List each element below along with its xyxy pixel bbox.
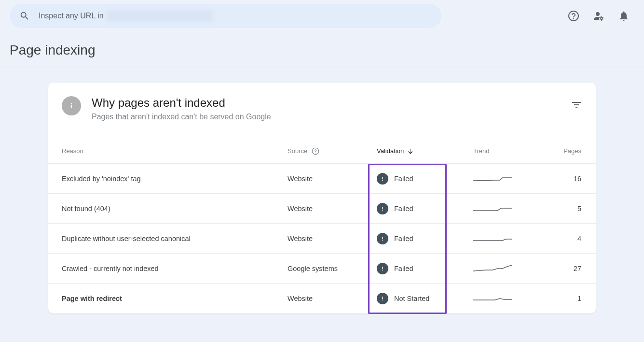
table-row[interactable]: Not found (404) Website Failed 5 <box>48 194 596 224</box>
source-cell: Website <box>288 295 377 302</box>
svg-rect-4 <box>382 176 383 179</box>
trend-cell <box>473 204 560 214</box>
svg-rect-6 <box>382 206 383 209</box>
source-cell: Website <box>288 205 377 213</box>
validation-cell: Failed <box>377 173 473 185</box>
url-inspect-search[interactable]: Inspect any URL in <box>10 4 441 28</box>
trend-sparkline <box>473 174 512 184</box>
pages-cell: 16 <box>560 175 582 183</box>
trend-sparkline <box>473 264 512 273</box>
trend-cell <box>473 234 560 243</box>
validation-status-text: Failed <box>394 265 413 272</box>
svg-point-0 <box>601 17 603 19</box>
svg-rect-8 <box>382 236 383 239</box>
trend-cell <box>473 174 560 184</box>
not-indexed-card: Why pages aren't indexed Pages that aren… <box>48 83 596 314</box>
pages-cell: 5 <box>560 205 582 213</box>
col-head-source[interactable]: Source <box>288 147 377 156</box>
table-head: Reason Source Validation Trend Pages <box>48 139 596 164</box>
col-head-validation[interactable]: Validation <box>377 147 473 155</box>
svg-point-13 <box>382 299 383 300</box>
table-row[interactable]: Page with redirect Website Not Started 1 <box>48 284 596 314</box>
validation-cell: Failed <box>377 203 473 214</box>
trend-sparkline <box>473 294 512 303</box>
pages-cell: 1 <box>560 295 582 302</box>
user-settings-icon[interactable] <box>593 10 604 22</box>
validation-cell: Failed <box>377 263 473 274</box>
table-row[interactable]: Crawled - currently not indexed Google s… <box>48 254 596 284</box>
help-outline-icon <box>311 147 320 156</box>
pages-cell: 27 <box>560 265 582 272</box>
card-title: Why pages aren't indexed <box>92 96 271 110</box>
pages-cell: 4 <box>560 235 582 242</box>
search-placeholder: Inspect any URL in <box>39 11 213 21</box>
svg-point-5 <box>382 180 383 181</box>
svg-point-7 <box>382 210 383 211</box>
svg-rect-2 <box>71 105 72 108</box>
svg-rect-10 <box>382 266 383 269</box>
status-badge-icon <box>377 233 388 244</box>
validation-cell: Not Started <box>377 293 473 304</box>
reason-cell: Excluded by 'noindex' tag <box>62 175 288 183</box>
top-bar: Inspect any URL in <box>0 0 644 28</box>
validation-status-text: Failed <box>394 205 413 213</box>
reason-cell: Not found (404) <box>62 205 288 213</box>
reason-cell: Crawled - currently not indexed <box>62 265 288 272</box>
source-cell: Google systems <box>288 265 377 272</box>
svg-point-11 <box>382 270 383 271</box>
source-cell: Website <box>288 175 377 183</box>
col-head-reason[interactable]: Reason <box>62 147 288 155</box>
col-head-trend: Trend <box>473 147 560 155</box>
status-badge-icon <box>377 203 388 214</box>
trend-sparkline <box>473 204 512 214</box>
topbar-actions <box>568 10 634 22</box>
validation-status-text: Not Started <box>394 295 429 302</box>
table-row[interactable]: Duplicate without user-selected canonica… <box>48 224 596 254</box>
col-head-pages[interactable]: Pages <box>560 147 582 155</box>
trend-sparkline <box>473 234 512 243</box>
page-title: Page indexing <box>10 43 634 58</box>
arrow-down-icon <box>407 147 414 155</box>
search-icon <box>19 11 30 21</box>
trend-cell <box>473 264 560 273</box>
status-badge-icon <box>377 293 388 304</box>
status-badge-icon <box>377 263 388 274</box>
card-subtitle: Pages that aren't indexed can't be serve… <box>92 113 271 121</box>
page-title-bar: Page indexing <box>0 28 644 68</box>
table-row[interactable]: Excluded by 'noindex' tag Website Failed… <box>48 164 596 194</box>
info-icon <box>62 96 81 115</box>
reason-cell: Duplicate without user-selected canonica… <box>62 235 288 242</box>
svg-point-9 <box>382 240 383 241</box>
notifications-icon[interactable] <box>618 10 630 22</box>
trend-cell <box>473 294 560 303</box>
status-badge-icon <box>377 173 388 185</box>
redacted-property <box>107 11 213 21</box>
validation-status-text: Failed <box>394 235 413 242</box>
validation-cell: Failed <box>377 233 473 244</box>
svg-rect-12 <box>382 297 383 299</box>
help-icon[interactable] <box>568 10 579 22</box>
source-cell: Website <box>288 235 377 242</box>
filter-icon[interactable] <box>571 99 582 111</box>
svg-point-1 <box>71 103 72 105</box>
reasons-table: Reason Source Validation Trend Pages Exc… <box>48 139 596 314</box>
reason-cell: Page with redirect <box>62 295 288 302</box>
validation-status-text: Failed <box>394 175 413 183</box>
